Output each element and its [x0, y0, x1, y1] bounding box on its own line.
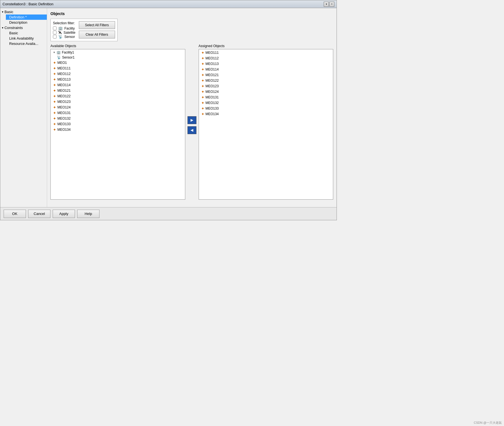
list-item-meo134-assigned[interactable]: ✦ MEO134	[199, 111, 333, 117]
meo113-assigned-label: MEO113	[206, 62, 219, 66]
list-item-meo134-avail[interactable]: ✦ MEO134	[51, 127, 185, 132]
list-item-meo133-assigned[interactable]: ✦ MEO133	[199, 106, 333, 111]
meo131-avail-icon: ✦	[53, 111, 56, 115]
unassign-btn[interactable]: ◀	[188, 126, 196, 134]
meo112-avail-icon: ✦	[53, 72, 56, 76]
list-item-sensor1[interactable]: 📡 Sensor1	[51, 55, 185, 60]
close-btn[interactable]: ×	[329, 2, 334, 7]
meo124-assigned-label: MEO124	[206, 90, 219, 94]
facility1-icon: 🏢	[57, 50, 61, 54]
cancel-button[interactable]: Cancel	[28, 210, 50, 218]
apply-button[interactable]: Apply	[53, 210, 75, 218]
meo121-assigned-icon: ✦	[201, 73, 204, 77]
list-item-meo121-assigned[interactable]: ✦ MEO121	[199, 72, 333, 78]
title-bar-buttons: ▾ ×	[324, 2, 334, 7]
select-all-filters-btn[interactable]: Select All Filters	[79, 21, 115, 29]
list-item-meo113-assigned[interactable]: ✦ MEO113	[199, 61, 333, 67]
meo124-assigned-icon: ✦	[201, 89, 204, 94]
sensor-icon: 📡	[58, 35, 63, 39]
list-item-meo123-assigned[interactable]: ✦ MEO123	[199, 83, 333, 89]
sidebar-item-description[interactable]: Description	[6, 20, 47, 25]
meo122-assigned-label: MEO122	[206, 79, 219, 83]
list-item-meo114-avail[interactable]: ✦ MEO114	[51, 82, 185, 88]
meo113-assigned-icon: ✦	[201, 62, 204, 66]
meo1-icon: ✦	[53, 60, 56, 65]
arrow-left-icon: ◀	[191, 128, 193, 132]
list-item-meo133-avail[interactable]: ✦ MEO133	[51, 121, 185, 127]
sidebar-basic-children: Definition * Description	[0, 14, 47, 25]
meo134-avail-label: MEO134	[57, 128, 70, 132]
dropdown-btn[interactable]: ▾	[324, 2, 329, 7]
list-item-meo112-avail[interactable]: ✦ MEO112	[51, 71, 185, 77]
list-item-meo122-avail[interactable]: ✦ MEO122	[51, 93, 185, 99]
list-item-meo123-avail[interactable]: ✦ MEO123	[51, 99, 185, 105]
meo132-avail-icon: ✦	[53, 116, 56, 121]
facility-icon: 🏢	[58, 26, 63, 30]
list-item-meo132-avail[interactable]: ✦ MEO132	[51, 116, 185, 121]
meo132-assigned-label: MEO132	[206, 101, 219, 105]
filter-section: Selection filter: 🏢 Facility 🛰 Satellite…	[50, 19, 118, 41]
sidebar-definition-label: Definition *	[9, 15, 27, 19]
facility-checkbox[interactable]	[53, 26, 57, 30]
title-bar: Constellation3 : Basic Definition ▾ ×	[0, 0, 337, 8]
help-button[interactable]: Help	[77, 210, 99, 218]
list-item-meo131-assigned[interactable]: ✦ MEO131	[199, 95, 333, 100]
meo134-assigned-icon: ✦	[201, 112, 204, 116]
filter-satellite[interactable]: 🛰 Satellite	[53, 30, 76, 35]
list-item-facility1[interactable]: ▼ 🏢 Facility1	[51, 50, 185, 55]
ok-button[interactable]: OK	[4, 210, 26, 218]
meo121-assigned-label: MEO121	[206, 73, 219, 77]
meo131-assigned-label: MEO131	[206, 95, 219, 99]
list-item-meo122-assigned[interactable]: ✦ MEO122	[199, 78, 333, 83]
meo133-avail-icon: ✦	[53, 122, 56, 126]
assigned-label: Assigned Objects	[199, 44, 333, 48]
list-item-meo131-avail[interactable]: ✦ MEO131	[51, 110, 185, 116]
meo134-assigned-label: MEO134	[206, 112, 219, 116]
list-item-meo112-assigned[interactable]: ✦ MEO112	[199, 55, 333, 61]
assigned-objects-list[interactable]: ✦ MEO111 ✦ MEO112 ✦ MEO113 ✦	[199, 49, 333, 200]
list-item-meo113-avail[interactable]: ✦ MEO113	[51, 77, 185, 82]
list-item-meo121-avail[interactable]: ✦ MEO121	[51, 88, 185, 93]
meo122-assigned-icon: ✦	[201, 78, 204, 83]
collapse-basic-icon: ▼	[1, 11, 4, 13]
sensor-checkbox[interactable]	[53, 35, 57, 38]
sidebar-group-constraints-label: Constraints	[4, 26, 23, 30]
available-objects-list[interactable]: ▼ 🏢 Facility1 📡 Sensor1 ✦ MEO1	[50, 49, 185, 200]
sidebar-item-resource-avail[interactable]: Resource Availa...	[6, 41, 47, 46]
meo133-assigned-icon: ✦	[201, 106, 204, 111]
clear-all-filters-btn[interactable]: Clear All Filters	[79, 31, 115, 38]
meo132-avail-label: MEO132	[57, 117, 70, 120]
sidebar-item-link-availability[interactable]: Link Availability	[6, 36, 47, 41]
sensor1-label: Sensor1	[62, 55, 75, 59]
sidebar-item-definition[interactable]: Definition *	[6, 14, 47, 20]
assign-btn[interactable]: ▶	[188, 116, 196, 124]
sidebar-group-constraints[interactable]: ▼ Constraints	[0, 25, 47, 30]
meo132-assigned-icon: ✦	[201, 101, 204, 105]
sidebar-item-basic[interactable]: Basic	[6, 30, 47, 36]
meo123-avail-icon: ✦	[53, 100, 56, 104]
list-item-meo1[interactable]: ✦ MEO1	[51, 60, 185, 66]
list-item-meo111-assigned[interactable]: ✦ MEO111	[199, 50, 333, 55]
sensor-label: Sensor	[64, 35, 75, 39]
filter-sensor[interactable]: 📡 Sensor	[53, 35, 76, 39]
sidebar-constraints-children: Basic Link Availability Resource Availa.…	[0, 30, 47, 46]
sidebar-group-basic[interactable]: ▼ Basic	[0, 9, 47, 14]
meo111-avail-icon: ✦	[53, 66, 56, 71]
satellite-label: Satellite	[64, 31, 76, 35]
list-item-meo111-avail[interactable]: ✦ MEO111	[51, 66, 185, 71]
expand-facility1-icon: ▼	[53, 51, 55, 54]
facility1-label: Facility1	[62, 50, 74, 54]
list-item-meo114-assigned[interactable]: ✦ MEO114	[199, 67, 333, 72]
filter-facility[interactable]: 🏢 Facility	[53, 26, 76, 30]
satellite-icon: 🛰	[58, 30, 62, 35]
main-panel: Objects Selection filter: 🏢 Facility 🛰 S…	[47, 8, 337, 207]
meo114-avail-label: MEO114	[57, 83, 70, 87]
list-item-meo124-avail[interactable]: ✦ MEO124	[51, 105, 185, 110]
meo131-assigned-icon: ✦	[201, 95, 204, 100]
list-item-meo132-assigned[interactable]: ✦ MEO132	[199, 100, 333, 106]
main-window: Constellation3 : Basic Definition ▾ × ▼ …	[0, 0, 337, 220]
collapse-constraints-icon: ▼	[1, 26, 4, 29]
satellite-checkbox[interactable]	[53, 31, 57, 34]
meo134-avail-icon: ✦	[53, 127, 56, 132]
list-item-meo124-assigned[interactable]: ✦ MEO124	[199, 89, 333, 95]
